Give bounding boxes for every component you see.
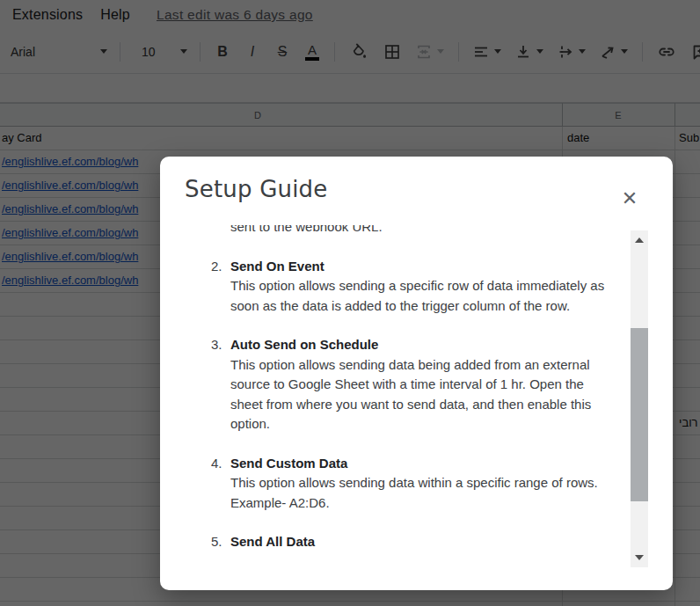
item-title: Send All Data: [230, 532, 609, 552]
item-number: 5.: [211, 532, 230, 552]
close-button[interactable]: ✕: [617, 186, 642, 210]
guide-item: 5.Send All Data: [211, 532, 609, 552]
item-body: This option allows sending data within a…: [230, 473, 609, 513]
item-title: Send On Event: [230, 257, 609, 277]
item-body: This option allows sending a specific ro…: [230, 276, 609, 316]
guide-item: 3.Auto Send on ScheduleThis option allow…: [211, 335, 609, 434]
guide-text-partial: sent to the webhook URL.: [211, 225, 609, 237]
guide-item: 4.Send Custom DataThis option allows sen…: [211, 454, 609, 514]
dialog-scrollbar[interactable]: [631, 230, 648, 567]
item-number: 4.: [211, 454, 230, 514]
guide-list: sent to the webhook URL. 2.Send On Event…: [211, 225, 609, 552]
item-body: This option allows sending data being ad…: [230, 355, 609, 434]
dialog-title: Setup Guide: [185, 176, 328, 202]
item-content: Send All Data: [230, 532, 609, 552]
google-sheets-app: Extensions Help Last edit was 6 days ago…: [0, 0, 700, 606]
item-content: Send Custom DataThis option allows sendi…: [230, 454, 609, 514]
close-icon: ✕: [622, 187, 638, 209]
setup-guide-dialog: Setup Guide ✕ sent to the webhook URL. 2…: [160, 157, 673, 590]
item-content: Auto Send on ScheduleThis option allows …: [230, 335, 609, 434]
item-title: Send Custom Data: [230, 454, 609, 474]
item-number: 2.: [211, 257, 230, 317]
guide-item: 2.Send On EventThis option allows sendin…: [211, 257, 609, 317]
scrollbar-thumb[interactable]: [631, 328, 648, 501]
item-title: Auto Send on Schedule: [230, 335, 609, 355]
item-number: 3.: [211, 335, 230, 434]
item-content: Send On EventThis option allows sending …: [230, 257, 609, 317]
scroll-down-icon[interactable]: [635, 555, 644, 560]
dialog-body[interactable]: sent to the webhook URL. 2.Send On Event…: [160, 225, 673, 566]
scroll-up-icon[interactable]: [635, 237, 644, 243]
